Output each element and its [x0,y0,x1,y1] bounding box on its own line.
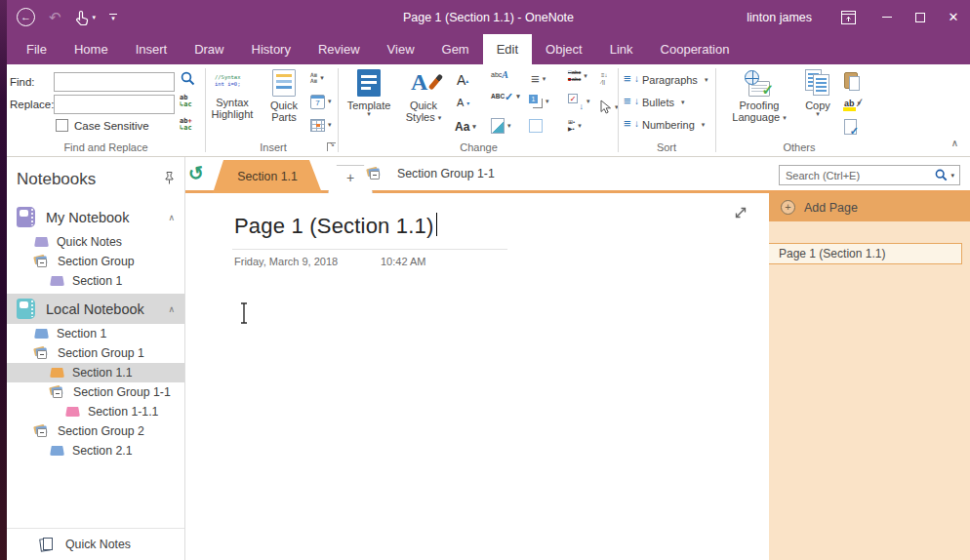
search-box[interactable]: ▾ [779,165,960,185]
tab-file[interactable]: File [13,34,61,64]
frame-button[interactable] [529,119,543,133]
search-scope-chevron-icon[interactable]: ▾ [950,172,954,180]
section-group-icon [367,168,383,180]
replace-all-icon[interactable]: ab+↳ac [180,118,199,132]
add-page-label: Add Page [804,201,858,215]
syntax-highlight-icon: //Syntaxint i=0; [215,70,250,94]
plus-icon: + [346,170,354,185]
spelling-button[interactable]: ABC✓ [491,94,520,100]
select-objects-button[interactable] [599,100,619,114]
small-caps-button[interactable]: abcA [491,69,508,80]
tab-cooperation[interactable]: Cooperation [647,34,744,64]
ribbon-display-options-icon[interactable] [833,0,863,34]
quick-notes-footer[interactable]: Quick Notes [7,528,184,560]
insert-table-button[interactable] [310,113,332,137]
sort-numbering-button[interactable]: Numbering [624,118,705,132]
quick-parts-button[interactable]: Quick Parts [259,66,309,137]
section-group-tab[interactable]: Section Group 1-1 [357,157,505,190]
tab-review[interactable]: Review [304,34,374,64]
section-item-section-1-1-1[interactable]: Section 1-1.1 [7,402,184,421]
replace-icon[interactable]: ab↳ac [180,95,199,108]
touch-mouse-mode-icon[interactable]: ▾ [75,10,97,25]
paste-button[interactable] [844,68,861,92]
customize-qat-icon[interactable]: ▾ [109,14,117,20]
section-item-section-2-1[interactable]: Section 2.1 [7,441,184,460]
proof-document-button[interactable] [844,115,861,139]
section-item-quick-notes[interactable]: Quick Notes [7,232,184,252]
checkbox-icon[interactable] [56,119,68,132]
tab-history[interactable]: History [238,34,304,64]
tab-link[interactable]: Link [596,34,647,64]
tab-object[interactable]: Object [532,34,596,64]
navigate-back-icon[interactable]: ↺ [186,160,212,186]
close-button[interactable]: ✕ [937,0,970,34]
numbering-style-button[interactable] [529,95,549,108]
page-title[interactable]: Page 1 (Section 1.1) [234,213,437,239]
highlight-button[interactable]: ab∕ [844,92,861,115]
section-group-item-section-group-2[interactable]: Section Group 2 [7,421,184,441]
section-group-icon [50,386,65,398]
notebook-item-local-notebook[interactable]: Local Notebook∧ [7,294,184,324]
collapse-chevron-icon[interactable]: ∧ [168,304,175,314]
bullet-expand-button[interactable]: ⊞• ▶• [568,119,582,132]
find-input[interactable] [54,72,175,92]
search-icon[interactable] [935,169,948,181]
sort-bullets-button[interactable]: Bullets [624,96,685,109]
section-group-item-section-group-1-1[interactable]: Section Group 1-1 [7,382,184,402]
grow-font-button[interactable] [457,72,468,88]
format-painter-button[interactable] [491,118,511,134]
strikethrough-options-button[interactable]: □abc ■abc [568,69,587,82]
template-button[interactable]: Template ▾ [344,66,394,137]
section-item-section-1[interactable]: Section 1 [7,324,184,343]
onenote-window: ← ↶ ▾ ▾ Page 1 (Section 1.1) - OneNote l… [0,0,970,560]
quick-parts-icon [272,69,296,97]
tab-edit[interactable]: Edit [483,34,532,64]
tab-gem[interactable]: Gem [428,34,483,64]
search-input[interactable] [780,170,935,181]
section-item-section-1[interactable]: Section 1 [7,271,184,291]
minimize-button[interactable] [870,0,904,34]
proofing-language-button[interactable]: ✓ Proofing Language [725,66,793,137]
section-group-item-section-group-1[interactable]: Section Group 1 [7,343,184,363]
page-editor[interactable]: Page 1 (Section 1.1) Friday, March 9, 20… [185,193,769,560]
section-item-section-1-1[interactable]: Section 1.1 [7,363,184,382]
notebook-item-my-notebook[interactable]: My Notebook∧ [7,202,184,232]
back-icon[interactable]: ← [17,8,35,26]
collapse-chevron-icon[interactable]: ∧ [168,213,175,222]
group-title: Sort [618,141,715,153]
tab-insert[interactable]: Insert [122,34,182,64]
change-case-button[interactable]: Aa [455,120,476,134]
add-page-button[interactable]: + Add Page [769,193,970,221]
page-list-item[interactable]: Page 1 (Section 1.1) [769,243,962,264]
expand-page-icon[interactable] [734,206,748,223]
search-icon[interactable] [181,71,195,90]
shrink-font-button[interactable] [457,97,469,108]
line-spacing-button[interactable] [531,70,546,87]
section-tab-active[interactable]: Section 1.1 [213,160,322,193]
maximize-button[interactable] [904,0,937,34]
split-columns-button[interactable]: ≡↓ ∕|| [601,72,608,85]
signed-in-user[interactable]: linton james [747,11,812,24]
tree-item-label: Section Group 1 [58,346,144,360]
tab-view[interactable]: View [374,34,428,64]
replace-input[interactable] [54,95,175,114]
undo-icon[interactable]: ↶ [49,9,61,26]
chevron-down-icon: ▾ [816,111,820,117]
sort-paragraphs-button[interactable]: Paragraphs [624,73,707,87]
tab-home[interactable]: Home [61,34,122,64]
quick-styles-button[interactable]: A Quick Styles [398,66,449,137]
case-sensitive-checkbox[interactable]: Case Sensitive [56,119,149,132]
insert-text-button[interactable]: A≡ A≡ [310,66,332,90]
copy-button[interactable]: Copy ▾ [795,66,840,137]
pin-icon[interactable] [164,171,175,188]
collapse-ribbon-icon[interactable]: ∧ [951,138,958,148]
todo-sort-button[interactable]: ✓↓ [568,94,590,109]
syntax-highlight-button[interactable]: //Syntaxint i=0; Syntax Highlight [207,66,258,137]
section-group-item-section-group[interactable]: Section Group [7,252,184,271]
button-label: Numbering [642,119,695,131]
tree-item-label: Section 1-1.1 [88,405,158,419]
insert-date-button[interactable] [310,90,332,113]
notebook-tree: My Notebook∧Quick NotesSection GroupSect… [7,202,184,460]
highlight-icon: ab∕ [844,99,855,108]
tab-draw[interactable]: Draw [181,34,237,64]
